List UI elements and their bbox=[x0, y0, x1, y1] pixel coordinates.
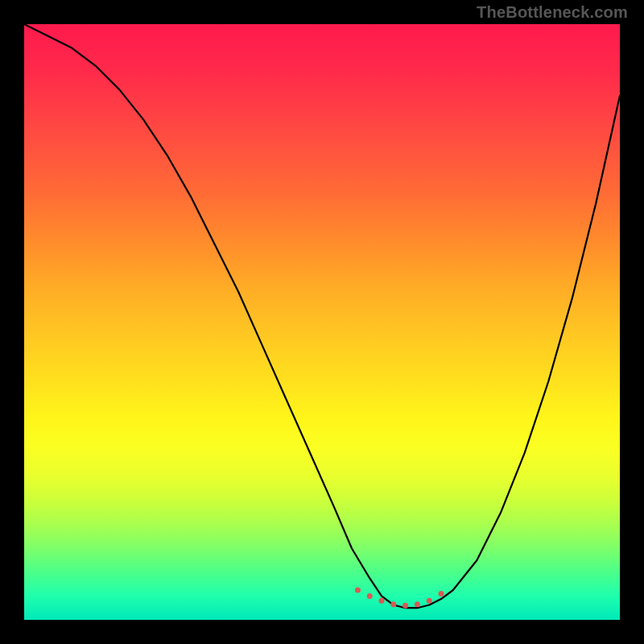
dot bbox=[402, 603, 408, 609]
curve-line bbox=[24, 24, 620, 608]
curve-svg bbox=[24, 24, 620, 620]
watermark-text: TheBottleneck.com bbox=[477, 3, 628, 22]
chart-container: TheBottleneck.com bbox=[0, 0, 644, 644]
dot bbox=[367, 593, 373, 599]
plot-area bbox=[24, 24, 620, 620]
dot bbox=[427, 598, 432, 604]
dot bbox=[439, 591, 444, 597]
dot bbox=[415, 601, 420, 607]
dot bbox=[379, 598, 385, 604]
dot bbox=[355, 588, 361, 593]
dot bbox=[390, 601, 396, 607]
